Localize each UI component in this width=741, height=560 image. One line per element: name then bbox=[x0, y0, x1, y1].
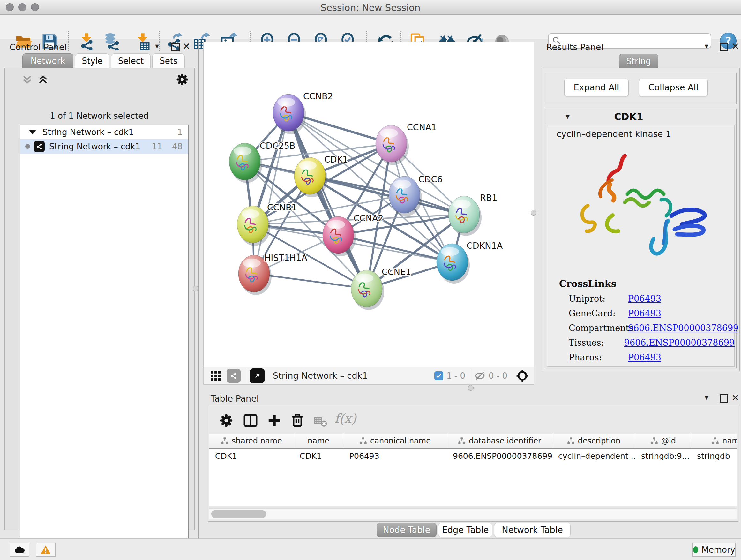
node-HIST1H1A[interactable]: HIST1H1A bbox=[239, 253, 308, 295]
gene-collapse-icon[interactable]: ▾ bbox=[565, 111, 570, 121]
crosslink-row: GeneCard:P06493 bbox=[569, 306, 735, 320]
cloud-status-button[interactable] bbox=[10, 543, 29, 557]
results-panel-float-icon[interactable] bbox=[720, 43, 728, 51]
crosslink-label: Uniprot: bbox=[569, 294, 628, 304]
tab-string[interactable]: String bbox=[619, 54, 658, 69]
vertical-splitter-grip[interactable] bbox=[193, 286, 199, 292]
crosslink-link[interactable]: P06493 bbox=[628, 308, 661, 318]
view-grid-icon[interactable] bbox=[210, 370, 221, 381]
selected-count-checkbox[interactable] bbox=[434, 371, 443, 380]
window-title: Session: New Session bbox=[0, 2, 741, 13]
shared-column-icon bbox=[711, 437, 719, 445]
tab-edge-table[interactable]: Edge Table bbox=[438, 523, 492, 537]
control-panel-float-icon[interactable] bbox=[171, 43, 180, 51]
table-cell[interactable]: P06493 bbox=[343, 451, 447, 461]
table-cell[interactable]: stringdb:9... bbox=[635, 451, 691, 461]
control-panel-collapse-icon[interactable]: ▾ bbox=[155, 42, 159, 51]
title-bar: Session: New Session bbox=[0, 0, 741, 15]
tree-expand-icon[interactable] bbox=[29, 130, 36, 134]
tab-network[interactable]: Network bbox=[22, 53, 73, 68]
table-panel-float-icon[interactable] bbox=[720, 394, 728, 403]
column-header-description[interactable]: description bbox=[552, 434, 635, 448]
column-header-namespace[interactable]: namespace bbox=[691, 434, 737, 448]
scrollbar-thumb[interactable] bbox=[211, 510, 266, 518]
node-label-CCNA2: CCNA2 bbox=[354, 213, 384, 223]
crosslink-link[interactable]: P06493 bbox=[628, 294, 661, 304]
application-window: Session: New Session bbox=[0, 0, 741, 560]
network-type-icon bbox=[34, 141, 45, 152]
table-cell[interactable]: CDK1 bbox=[209, 451, 294, 461]
crosslink-link[interactable]: 9606.ENSP00000378699 bbox=[628, 323, 738, 333]
crosslink-label: Tissues: bbox=[569, 338, 624, 348]
edge-CCNB2-HIST1H1A[interactable] bbox=[254, 113, 288, 273]
column-header-database-identifier[interactable]: database identifier bbox=[447, 434, 552, 448]
results-panel-collapse-icon[interactable]: ▾ bbox=[704, 42, 709, 51]
node-CDC6[interactable]: CDC6 bbox=[389, 174, 443, 216]
show-columns-icon[interactable] bbox=[243, 413, 259, 428]
tab-sets[interactable]: Sets bbox=[152, 53, 185, 68]
node-label-RB1: RB1 bbox=[480, 193, 497, 203]
collapse-all-button[interactable]: Collapse All bbox=[639, 78, 708, 97]
column-header-name[interactable]: name bbox=[294, 434, 343, 448]
create-column-icon[interactable] bbox=[267, 413, 281, 428]
table-cell[interactable]: 9606.ENSP00000378699 bbox=[447, 451, 552, 461]
table-cell[interactable]: CDK1 bbox=[294, 451, 343, 461]
toolbar-separator bbox=[245, 368, 246, 383]
function-builder-icon[interactable]: f(x) bbox=[334, 411, 356, 426]
node-CCNB1[interactable]: CCNB1 bbox=[237, 202, 297, 246]
status-bar bbox=[0, 538, 741, 560]
crosslink-link[interactable]: 9606.ENSP00000378699 bbox=[624, 338, 735, 348]
tab-network-table[interactable]: Network Table bbox=[494, 523, 570, 537]
node-CDC25B[interactable]: CDC25B bbox=[229, 141, 295, 183]
tab-select[interactable]: Select bbox=[111, 53, 151, 68]
table-panel-title: Table Panel bbox=[211, 394, 259, 403]
expand-all-button[interactable]: Expand All bbox=[564, 78, 629, 97]
delete-table-icon-disabled[interactable] bbox=[313, 415, 327, 428]
main-toolbar: ? bbox=[0, 15, 741, 39]
tab-node-table[interactable]: Node Table bbox=[377, 523, 436, 537]
table-cell[interactable]: cyclin–dependent ... bbox=[552, 451, 635, 461]
vertical-splitter-grip[interactable] bbox=[531, 210, 536, 215]
node-RB1[interactable]: RB1 bbox=[448, 193, 497, 236]
table-row[interactable]: CDK1CDK1P064939606.ENSP00000378699cyclin… bbox=[209, 449, 737, 463]
toolbar-separator bbox=[470, 368, 470, 383]
tab-style[interactable]: Style bbox=[75, 53, 110, 68]
table-settings-gear-icon[interactable] bbox=[219, 413, 233, 428]
shared-column-icon bbox=[458, 437, 466, 445]
column-header-canonical-name[interactable]: canonical name bbox=[343, 434, 447, 448]
column-header--id[interactable]: @id bbox=[635, 434, 691, 448]
collapse-all-networks-icon[interactable] bbox=[21, 75, 33, 85]
table-horizontal-scrollbar[interactable] bbox=[209, 508, 737, 519]
node-CDK1[interactable]: CDK1 bbox=[294, 154, 348, 197]
open-view-in-window-icon[interactable] bbox=[250, 368, 265, 383]
delete-column-icon[interactable] bbox=[290, 413, 305, 428]
network-row-selected[interactable]: String Network – cdk1 11 48 bbox=[20, 139, 188, 153]
node-CCNE1[interactable]: CCNE1 bbox=[351, 267, 411, 310]
column-header-label: database identifier bbox=[469, 436, 541, 445]
warning-status-button[interactable] bbox=[36, 543, 56, 557]
network-canvas[interactable]: CCNB2CCNA1CDC25BCDK1CDC6RB1CCNB1CCNA2CDK… bbox=[203, 42, 534, 367]
control-panel-close-icon[interactable]: ✕ bbox=[183, 41, 190, 52]
expand-all-networks-icon[interactable] bbox=[37, 75, 49, 85]
node-CDKN1A[interactable]: CDKN1A bbox=[436, 241, 503, 284]
shared-column-icon bbox=[650, 437, 658, 445]
table-panel-collapse-icon[interactable]: ▾ bbox=[704, 393, 709, 402]
results-panel-close-icon[interactable]: ✕ bbox=[731, 41, 739, 52]
node-label-HIST1H1A: HIST1H1A bbox=[264, 253, 308, 263]
birds-eye-view-icon[interactable] bbox=[516, 369, 529, 382]
network-node-count: 11 bbox=[152, 142, 162, 151]
table-cell[interactable]: stringdb bbox=[691, 451, 737, 461]
table-panel-close-icon[interactable]: ✕ bbox=[731, 392, 739, 403]
network-list: String Network – cdk1 1 String Network –… bbox=[20, 125, 189, 560]
crosslink-row: Uniprot:P06493 bbox=[569, 291, 735, 306]
column-header-shared-name[interactable]: shared name bbox=[209, 434, 294, 448]
node-label-CCNB2: CCNB2 bbox=[303, 91, 333, 101]
network-collection-row[interactable]: String Network – cdk1 1 bbox=[20, 125, 188, 139]
network-options-gear-icon[interactable] bbox=[176, 73, 189, 86]
memory-status-button[interactable]: Memory bbox=[692, 543, 736, 557]
view-share-icon[interactable] bbox=[226, 369, 241, 383]
node-CCNB2[interactable]: CCNB2 bbox=[273, 91, 333, 134]
crosslink-link[interactable]: P06493 bbox=[628, 353, 661, 362]
horizontal-splitter-grip[interactable] bbox=[468, 385, 474, 391]
hidden-count-eye-icon bbox=[475, 370, 485, 381]
